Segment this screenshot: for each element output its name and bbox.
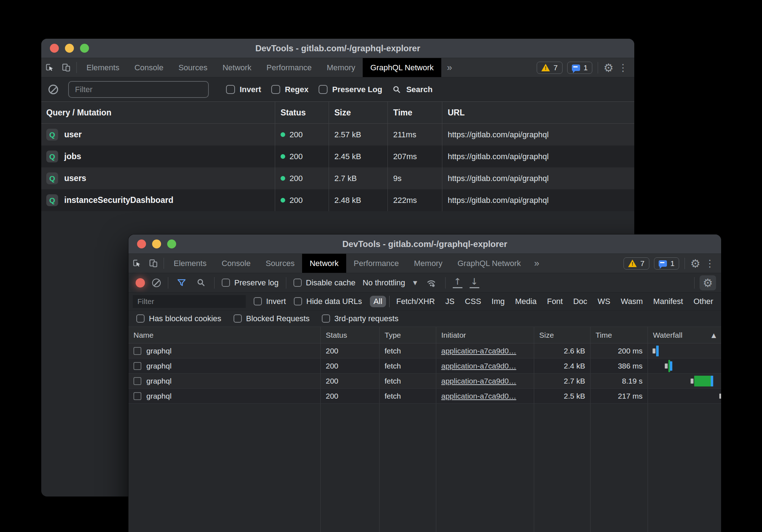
minimize-button[interactable] [65,44,74,53]
tab-sources[interactable]: Sources [171,58,215,77]
third-party-requests-checkbox[interactable] [322,314,330,323]
row-checkbox[interactable] [133,392,141,400]
type-filter-doc[interactable]: Doc [570,296,591,307]
export-har-icon[interactable]: ↓ [470,277,479,288]
column-header-waterfall[interactable]: Waterfall ▲ [648,327,721,343]
type-filter-media[interactable]: Media [512,296,540,307]
filter-input[interactable] [68,81,209,98]
has-blocked-cookies-checkbox[interactable] [136,314,145,323]
initiator-link[interactable]: application-a7ca9d0… [441,392,516,400]
tab-console[interactable]: Console [127,58,171,77]
search-button[interactable]: Search [392,85,432,94]
preserve-log-checkbox[interactable] [319,85,328,94]
tab-graphql-network[interactable]: GraphQL Network [363,58,441,77]
blocked-requests-checkbox[interactable] [234,314,242,323]
query-row[interactable]: Q users 200 2.7 kB 9s https://gitlab.com… [41,167,634,189]
type-filter-js[interactable]: JS [442,296,458,307]
request-row[interactable]: graphql 200 fetch application-a7ca9d0… 2… [128,389,721,404]
clear-icon[interactable] [152,279,161,287]
type-filter-manifest[interactable]: Manifest [650,296,687,307]
filter-input[interactable] [133,295,246,308]
zoom-button[interactable] [80,44,89,53]
initiator-link[interactable]: application-a7ca9d0… [441,362,516,370]
type-filter-ws[interactable]: WS [594,296,614,307]
column-header-time[interactable]: Time [590,327,648,343]
tab-elements[interactable]: Elements [166,254,214,273]
overflow-menu-icon[interactable]: ⋮ [618,62,628,73]
disable-cache-checkbox[interactable] [293,279,302,287]
inspect-icon[interactable] [128,254,145,273]
more-tabs-button[interactable]: » [528,254,545,273]
settings-gear-icon[interactable]: ⚙ [690,257,700,270]
column-header-query-mutation[interactable]: Query / Mutation [41,102,275,123]
type-filter-wasm[interactable]: Wasm [617,296,646,307]
row-checkbox[interactable] [133,362,141,370]
column-header-initiator[interactable]: Initiator [436,327,534,343]
tab-sources[interactable]: Sources [258,254,302,273]
column-header-name[interactable]: Name [128,327,320,343]
tab-memory[interactable]: Memory [406,254,450,273]
throttling-dropdown[interactable]: No throttling ▼ [363,278,417,288]
tab-console[interactable]: Console [214,254,258,273]
network-conditions-icon[interactable] [424,277,438,288]
inspect-icon[interactable] [41,58,58,77]
tab-elements[interactable]: Elements [79,58,127,77]
column-header-status[interactable]: Status [320,327,379,343]
warnings-badge[interactable]: 7 [624,257,649,270]
request-row[interactable]: graphql 200 fetch application-a7ca9d0… 2… [128,374,721,389]
tab-performance[interactable]: Performance [346,254,406,273]
tab-network[interactable]: Network [302,254,346,273]
close-button[interactable] [50,44,59,53]
clear-icon[interactable] [48,85,58,94]
record-button[interactable] [136,278,145,288]
zoom-button[interactable] [167,239,176,248]
titlebar[interactable]: DevTools - gitlab.com/-/graphql-explorer [41,39,634,58]
type-filter-fetch-xhr[interactable]: Fetch/XHR [393,296,439,307]
query-row[interactable]: Q instanceSecurityDashboard 200 2.48 kB … [41,189,634,211]
query-row[interactable]: Q jobs 200 2.45 kB 207ms https://gitlab.… [41,146,634,167]
preserve-log-checkbox[interactable] [222,279,230,287]
search-icon[interactable] [195,278,207,288]
import-har-icon[interactable]: ↑ [453,277,462,288]
filter-funnel-icon[interactable] [175,278,188,288]
type-filter-other[interactable]: Other [690,296,717,307]
type-filter-css[interactable]: CSS [461,296,485,307]
request-row[interactable]: graphql 200 fetch application-a7ca9d0… 2… [128,343,721,358]
network-settings-button[interactable]: ⚙ [700,275,716,290]
close-button[interactable] [137,239,146,248]
device-toolbar-icon[interactable] [58,58,74,77]
more-tabs-button[interactable]: » [441,58,458,77]
column-header-size[interactable]: Size [534,327,590,343]
column-header-size[interactable]: Size [329,102,387,123]
column-header-time[interactable]: Time [387,102,442,123]
initiator-link[interactable]: application-a7ca9d0… [441,347,516,355]
titlebar[interactable]: DevTools - gitlab.com/-/graphql-explorer [128,234,721,254]
request-row[interactable]: graphql 200 fetch application-a7ca9d0… 2… [128,358,721,374]
column-header-type[interactable]: Type [379,327,436,343]
type-filter-all[interactable]: All [370,296,386,307]
tab-network[interactable]: Network [215,58,259,77]
hide-data-urls-checkbox[interactable] [294,297,302,305]
row-checkbox[interactable] [133,377,141,385]
column-header-status[interactable]: Status [275,102,329,123]
row-checkbox[interactable] [133,347,141,355]
divider [164,258,164,269]
tab-graphql-network[interactable]: GraphQL Network [450,254,528,273]
invert-checkbox[interactable] [254,297,262,305]
minimize-button[interactable] [152,239,161,248]
type-filter-font[interactable]: Font [544,296,566,307]
invert-checkbox[interactable] [226,85,235,94]
tab-performance[interactable]: Performance [259,58,319,77]
overflow-menu-icon[interactable]: ⋮ [705,258,715,269]
initiator-link[interactable]: application-a7ca9d0… [441,377,516,385]
issues-badge[interactable]: 1 [567,62,593,74]
type-filter-img[interactable]: Img [488,296,508,307]
issues-badge[interactable]: 1 [654,257,679,270]
column-header-url[interactable]: URL [442,102,634,123]
tab-memory[interactable]: Memory [319,58,363,77]
regex-checkbox[interactable] [271,85,280,94]
query-row[interactable]: Q user 200 2.57 kB 211ms https://gitlab.… [41,124,634,146]
settings-gear-icon[interactable]: ⚙ [603,61,613,74]
warnings-badge[interactable]: 7 [537,62,563,74]
device-toolbar-icon[interactable] [145,254,161,273]
